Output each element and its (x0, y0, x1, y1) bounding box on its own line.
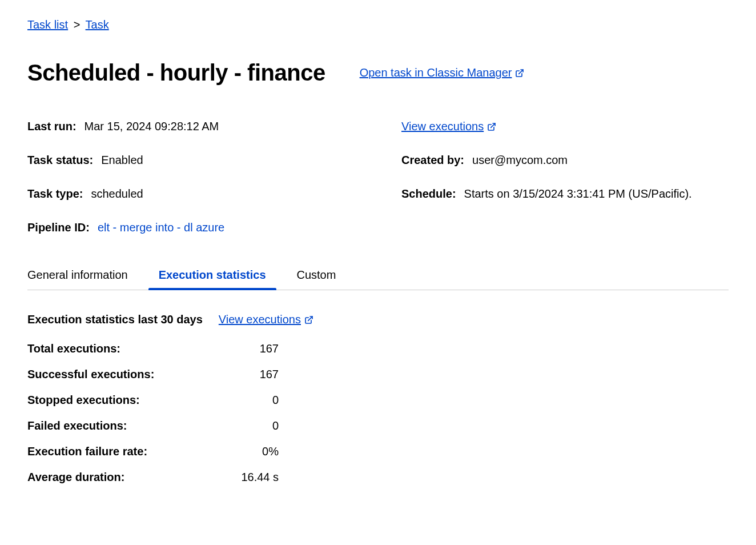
task-status-label: Task status: (27, 154, 93, 167)
schedule-item: Schedule: Starts on 3/15/2024 3:31:41 PM… (401, 187, 729, 201)
tabs: General information Execution statistics… (27, 263, 729, 290)
last-run-item: Last run: Mar 15, 2024 09:28:12 AM (27, 120, 401, 133)
svg-line-1 (491, 123, 495, 127)
successful-executions-label: Successful executions: (27, 368, 210, 381)
tab-general-information[interactable]: General information (27, 263, 138, 290)
failed-executions-label: Failed executions: (27, 419, 210, 432)
successful-executions-value: 167 (210, 368, 279, 381)
avg-duration-value: 16.44 s (210, 471, 279, 484)
stats-title: Execution statistics last 30 days (27, 313, 203, 326)
stopped-executions-value: 0 (210, 394, 279, 407)
svg-line-2 (308, 316, 312, 320)
breadcrumb: Task list > Task (27, 18, 729, 31)
open-classic-link-label: Open task in Classic Manager (360, 66, 512, 79)
breadcrumb-task-list[interactable]: Task list (27, 18, 68, 31)
svg-line-0 (519, 70, 523, 74)
created-by-label: Created by: (401, 154, 464, 167)
stopped-executions-label: Stopped executions: (27, 394, 210, 407)
external-link-icon (304, 315, 313, 324)
details-grid: Last run: Mar 15, 2024 09:28:12 AM View … (27, 120, 729, 234)
tab-execution-statistics[interactable]: Execution statistics (148, 263, 276, 290)
schedule-value: Starts on 3/15/2024 3:31:41 PM (US/Pacif… (464, 187, 692, 201)
last-run-label: Last run: (27, 120, 77, 133)
breadcrumb-task[interactable]: Task (86, 18, 109, 31)
task-type-item: Task type: scheduled (27, 187, 401, 201)
failed-executions-value: 0 (210, 419, 279, 432)
schedule-label: Schedule: (401, 187, 456, 201)
breadcrumb-separator: > (74, 18, 81, 31)
avg-duration-label: Average duration: (27, 471, 210, 484)
stats-header: Execution statistics last 30 days View e… (27, 313, 729, 326)
task-status-value: Enabled (101, 154, 143, 167)
external-link-icon (487, 122, 496, 131)
view-executions-link[interactable]: View executions (401, 120, 496, 133)
stats-view-executions-label: View executions (219, 313, 301, 326)
failure-rate-label: Execution failure rate: (27, 445, 210, 458)
created-by-item: Created by: user@mycom.com (401, 154, 729, 167)
last-run-value: Mar 15, 2024 09:28:12 AM (85, 120, 219, 133)
total-executions-label: Total executions: (27, 342, 210, 355)
stats-table: Total executions: 167 Successful executi… (27, 342, 729, 484)
view-executions-item: View executions (401, 120, 729, 133)
task-status-item: Task status: Enabled (27, 154, 401, 167)
pipeline-id-label: Pipeline ID: (27, 221, 90, 234)
task-type-value: scheduled (91, 187, 143, 201)
pipeline-id-item: Pipeline ID: elt - merge into - dl azure (27, 221, 729, 234)
tab-custom[interactable]: Custom (287, 263, 347, 290)
external-link-icon (515, 69, 524, 78)
created-by-value: user@mycom.com (472, 154, 568, 167)
total-executions-value: 167 (210, 342, 279, 355)
failure-rate-value: 0% (210, 445, 279, 458)
pipeline-id-link[interactable]: elt - merge into - dl azure (98, 221, 224, 234)
header-row: Scheduled - hourly - finance Open task i… (27, 60, 729, 86)
view-executions-label: View executions (401, 120, 484, 133)
task-type-label: Task type: (27, 187, 83, 201)
open-classic-link[interactable]: Open task in Classic Manager (360, 66, 525, 79)
stats-view-executions-link[interactable]: View executions (219, 313, 313, 326)
page-title: Scheduled - hourly - finance (27, 60, 325, 86)
